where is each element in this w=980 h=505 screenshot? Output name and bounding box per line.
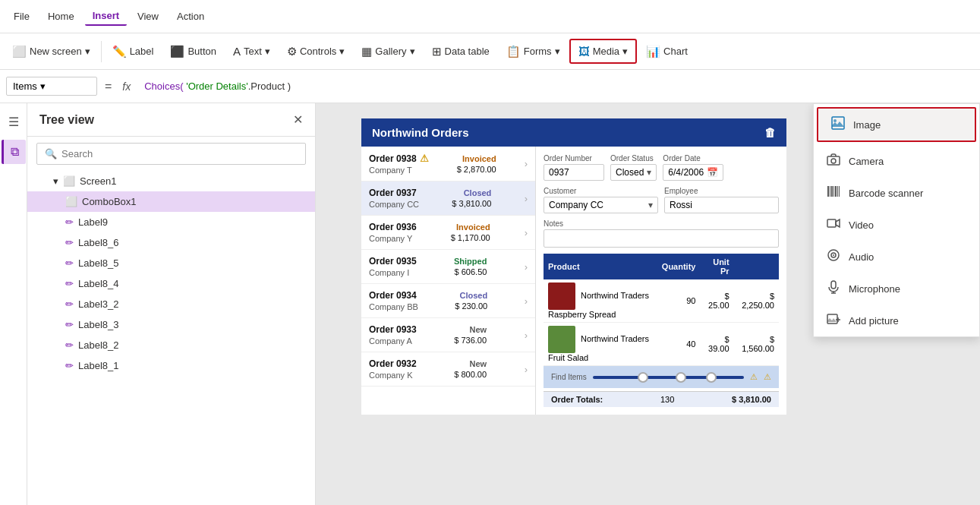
button-icon: ⬛ <box>170 45 184 58</box>
sidebar-item-label32[interactable]: ✏ Label3_2 <box>27 294 315 314</box>
trash-icon[interactable]: 🗑 <box>764 126 776 139</box>
order-date-input[interactable]: 6/4/2006 📅 <box>663 164 723 181</box>
chart-button[interactable]: 📊 Chart <box>638 40 695 63</box>
formula-input[interactable]: Choices( 'Order Details'.Product ) <box>138 77 974 95</box>
menu-action[interactable]: Action <box>169 8 212 25</box>
product-img-raspberry <box>548 282 575 310</box>
svg-rect-9 <box>837 186 838 197</box>
dropdown-item-video[interactable]: Video <box>814 209 979 241</box>
formula-equals: = <box>102 80 115 93</box>
combobox1-label: ComboBox1 <box>82 196 137 207</box>
barcode-icon <box>826 185 841 201</box>
list-item[interactable]: Order 0936 Company Y Invoiced $ 1,170.00… <box>361 216 535 250</box>
dropdown-item-camera[interactable]: Camera <box>814 145 979 177</box>
totals-qty: 130 <box>660 395 674 404</box>
barcode-label: Barcode scanner <box>849 188 923 199</box>
text-chevron-icon: ▾ <box>265 46 270 57</box>
employee-value[interactable]: Rossi <box>664 197 779 213</box>
svg-rect-11 <box>827 219 836 227</box>
search-icon: 🔍 <box>45 148 57 159</box>
list-item[interactable]: Order 0937 Company CC Closed $ 3,810.00 … <box>361 181 535 216</box>
tree-search-container: 🔍 <box>36 143 306 165</box>
formula-rest: .Product ) <box>248 80 291 92</box>
label-button[interactable]: ✏️ Label <box>105 40 162 63</box>
svg-rect-8 <box>835 186 837 197</box>
add-picture-label: Add picture <box>849 315 899 327</box>
expand-icon: ▾ <box>53 175 58 187</box>
list-item[interactable]: Order 0934 Company BB Closed $ 230.00 › <box>361 284 535 318</box>
forms-button[interactable]: 📋 Forms ▾ <box>499 40 568 63</box>
sidebar-item-label9[interactable]: ✏ Label9 <box>27 212 315 232</box>
dropdown-item-add-picture[interactable]: Add picture <box>814 305 979 336</box>
sidebar-item-label81[interactable]: ✏ Label8_1 <box>27 355 315 376</box>
totals-label: Order Totals: <box>551 395 603 404</box>
label86-icon: ✏ <box>65 237 74 248</box>
gallery-button[interactable]: ▦ Gallery ▾ <box>354 40 422 63</box>
dropdown-item-microphone[interactable]: Microphone <box>814 273 979 305</box>
customer-field: Customer Company CC ▾ <box>544 187 658 213</box>
slider-thumb-1[interactable] <box>638 372 648 383</box>
order-status-select[interactable]: Closed ▾ <box>610 164 657 181</box>
sidebar-item-label82[interactable]: ✏ Label8_2 <box>27 335 315 355</box>
arrow-icon-0938: › <box>525 158 528 169</box>
forms-chevron-icon: ▾ <box>555 46 560 57</box>
label82-icon: ✏ <box>65 339 74 351</box>
controls-button[interactable]: ⚙ Controls ▾ <box>279 40 352 63</box>
sidebar-item-label85[interactable]: ✏ Label8_5 <box>27 253 315 273</box>
col-quantity: Quantity <box>657 254 701 279</box>
label9-icon: ✏ <box>65 216 74 228</box>
label85-icon: ✏ <box>65 257 74 269</box>
data-table-button[interactable]: ⊞ Data table <box>424 40 497 63</box>
slider-thumb-2[interactable] <box>676 372 686 383</box>
microphone-label: Microphone <box>849 283 900 295</box>
order-status-field: Order Status Closed ▾ <box>610 154 657 181</box>
new-screen-button[interactable]: ⬜ New screen ▾ <box>5 40 98 63</box>
media-dropdown-menu: Image Camera <box>813 103 980 337</box>
search-input[interactable] <box>61 148 298 159</box>
find-items-label: Find Items <box>551 373 587 381</box>
sidebar-item-combobox1[interactable]: ⬜ ComboBox1 <box>27 191 315 212</box>
tree-close-button[interactable]: ✕ <box>293 112 303 127</box>
media-button[interactable]: 🖼 Media ▾ <box>569 39 637 64</box>
arrow-icon-0937: › <box>525 193 528 204</box>
col-product: Product <box>544 254 657 279</box>
tree-items: ▾ ⬜ Screen1 ⬜ ComboBox1 ✏ Label9 ✏ Label… <box>27 171 315 505</box>
menu-insert[interactable]: Insert <box>85 7 127 26</box>
sidebar-item-label84[interactable]: ✏ Label8_4 <box>27 273 315 294</box>
order-number-value[interactable]: 0937 <box>544 164 604 181</box>
dropdown-item-audio[interactable]: Audio <box>814 241 979 273</box>
list-item[interactable]: Order 0935 Company I Shipped $ 606.50 › <box>361 250 535 284</box>
list-item[interactable]: Order 0938 ⚠ Company T Invoiced $ 2,870.… <box>361 147 535 181</box>
menu-view[interactable]: View <box>130 8 166 25</box>
text-button[interactable]: A Text ▾ <box>225 40 278 62</box>
table-row[interactable]: Northwind Traders Raspberry Spread 90 $ … <box>544 279 779 323</box>
slider-track[interactable] <box>593 376 744 379</box>
menu-home[interactable]: Home <box>40 8 82 25</box>
sidebar-item-screen1[interactable]: ▾ ⬜ Screen1 <box>27 171 315 191</box>
list-item[interactable]: Order 0932 Company K New $ 800.00 › <box>361 352 535 387</box>
customer-select[interactable]: Company CC ▾ <box>544 197 658 213</box>
media-chevron-icon: ▾ <box>622 46 628 57</box>
button-toolbar-btn[interactable]: ⬛ Button <box>162 40 224 63</box>
menu-file[interactable]: File <box>6 8 37 25</box>
dropdown-item-barcode[interactable]: Barcode scanner <box>814 177 979 209</box>
sidebar-layers-icon[interactable]: ⧉ <box>2 140 26 164</box>
date-calendar-icon: 📅 <box>707 167 718 178</box>
notes-input[interactable] <box>544 229 779 248</box>
detail-row-notes: Notes <box>544 219 779 248</box>
sidebar-item-label86[interactable]: ✏ Label8_6 <box>27 232 315 253</box>
sidebar-item-label83[interactable]: ✏ Label8_3 <box>27 314 315 335</box>
totals-amount: $ 3,810.00 <box>732 395 771 404</box>
nw-detail: Order Number 0937 Order Status Closed ▾ … <box>536 147 786 415</box>
arrow-icon-0934: › <box>525 295 528 307</box>
slider-thumb-3[interactable] <box>706 372 717 383</box>
svg-rect-0 <box>832 117 844 129</box>
sidebar-menu-icon[interactable]: ☰ <box>2 109 26 134</box>
list-item[interactable]: Order 0933 Company A New $ 736.00 › <box>361 318 535 352</box>
dropdown-item-image[interactable]: Image <box>817 107 976 142</box>
col-unitpr: Unit Pr <box>700 254 733 279</box>
svg-rect-5 <box>830 186 830 197</box>
formula-dropdown[interactable]: Items ▾ <box>6 77 97 96</box>
table-row[interactable]: Northwind Traders Fruit Salad 40 $ 39.00… <box>544 323 779 366</box>
status-chevron-icon: ▾ <box>647 167 651 178</box>
